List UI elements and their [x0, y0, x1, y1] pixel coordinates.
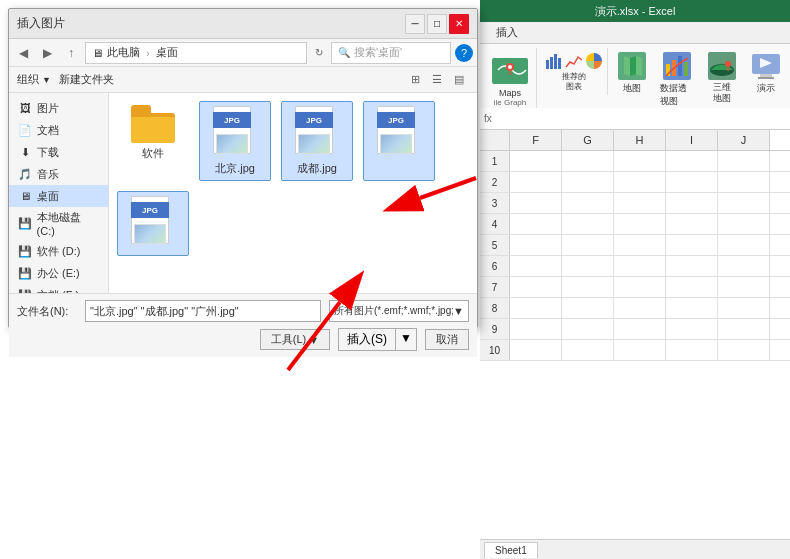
table-row[interactable]: 6: [480, 256, 790, 277]
table-row[interactable]: 9: [480, 319, 790, 340]
ribbon-tab-insert[interactable]: 插入: [488, 22, 526, 43]
sidebar-item-drive-f[interactable]: 💾 文档 (F:): [9, 284, 108, 293]
sidebar-item-drive-c[interactable]: 💾 本地磁盘 (C:): [9, 207, 108, 240]
organize-arrow: ▼: [42, 75, 51, 85]
pivot-button[interactable]: 数据透视图: [656, 48, 698, 110]
table-row[interactable]: 7: [480, 277, 790, 298]
svg-point-18: [725, 61, 731, 67]
filetype-arrow: ▼: [453, 305, 464, 317]
excel-title-bar: 演示.xlsx - Excel: [480, 0, 790, 22]
help-button[interactable]: ?: [455, 44, 473, 62]
forward-button[interactable]: ▶: [37, 43, 57, 63]
table-row[interactable]: 5: [480, 235, 790, 256]
svg-rect-3: [546, 60, 549, 69]
cancel-button[interactable]: 取消: [425, 329, 469, 350]
table-row[interactable]: 2: [480, 172, 790, 193]
line-chart-icon: [565, 52, 583, 70]
filename-input[interactable]: [85, 300, 321, 322]
ribbon-tabs: 插入: [480, 22, 790, 44]
recommended-label: 推荐的图表: [562, 72, 586, 91]
sidebar-item-pictures[interactable]: 🖼 图片: [9, 97, 108, 119]
path-separator: ›: [146, 47, 150, 59]
sheet-tab-1[interactable]: Sheet1: [484, 542, 538, 558]
col-header-g: G: [562, 130, 614, 150]
view-list-button[interactable]: ☰: [427, 70, 447, 90]
list-item[interactable]: 软件: [117, 101, 189, 181]
tools-label: 工具(L): [271, 332, 306, 347]
dialog-title: 插入图片: [17, 15, 65, 32]
view-details-button[interactable]: ▤: [449, 70, 469, 90]
jpg-icon: JPG: [295, 106, 339, 158]
sidebar-item-documents[interactable]: 📄 文档: [9, 119, 108, 141]
pie-chart-icon: [585, 52, 603, 70]
column-headers: F G H I J: [480, 130, 790, 151]
sheet-tab-bar: Sheet1: [480, 539, 790, 559]
grid-rows: 1 2 3: [480, 151, 790, 361]
sidebar-item-downloads[interactable]: ⬇ 下载: [9, 141, 108, 163]
dialog-title-bar: 插入图片 ─ □ ✕: [9, 9, 477, 39]
svg-rect-21: [758, 77, 774, 79]
organize-button[interactable]: 组织 ▼: [17, 72, 51, 87]
list-item[interactable]: JPG: [117, 191, 189, 256]
three-d-map-button[interactable]: 三维地图: [702, 48, 742, 106]
insert-button-group[interactable]: 插入(S) ▼: [338, 328, 417, 351]
close-button[interactable]: ✕: [449, 14, 469, 34]
svg-rect-4: [550, 57, 553, 69]
svg-rect-6: [558, 58, 561, 69]
maps-label: Maps: [499, 88, 521, 98]
view-buttons: ⊞ ☰ ▤: [405, 70, 469, 90]
folder-name: 软件: [142, 146, 164, 161]
maps-icon: [490, 52, 530, 88]
folder-icon: [129, 105, 177, 143]
table-row[interactable]: 8: [480, 298, 790, 319]
recommended-charts-section[interactable]: 推荐的图表: [541, 48, 608, 95]
jpg-filename: 北京.jpg: [215, 161, 255, 176]
formula-bar: fx: [480, 108, 790, 130]
search-box[interactable]: 🔍 搜索'桌面': [331, 42, 451, 64]
filetype-select[interactable]: 所有图片(*.emf;*.wmf;*.jpg;*.j ▼: [329, 300, 469, 322]
refresh-button[interactable]: ↻: [311, 45, 327, 61]
search-placeholder: 搜索'桌面': [354, 45, 402, 60]
minimize-button[interactable]: ─: [405, 14, 425, 34]
svg-rect-20: [760, 74, 772, 77]
svg-marker-10: [636, 56, 642, 76]
filename-row: 文件名(N): 所有图片(*.emf;*.wmf;*.jpg;*.j ▼: [17, 300, 469, 322]
demo-button[interactable]: 演示: [746, 48, 786, 97]
insert-dropdown-button[interactable]: ▼: [396, 329, 416, 350]
dialog-bottom: 文件名(N): 所有图片(*.emf;*.wmf;*.jpg;*.j ▼ 工具(…: [9, 293, 477, 357]
pictures-icon: 🖼: [17, 100, 33, 116]
table-row[interactable]: 4: [480, 214, 790, 235]
insert-button[interactable]: 插入(S): [339, 329, 396, 350]
button-row: 工具(L) ▼ 插入(S) ▼ 取消: [17, 328, 469, 351]
map-button-icon: [616, 50, 648, 82]
svg-point-2: [508, 65, 512, 69]
table-row[interactable]: 10: [480, 340, 790, 361]
map-button[interactable]: 地图: [612, 48, 652, 97]
back-button[interactable]: ◀: [13, 43, 33, 63]
list-item[interactable]: JPG 北京.jpg: [199, 101, 271, 181]
sidebar-item-drive-d[interactable]: 💾 软件 (D:): [9, 240, 108, 262]
sidebar-item-drive-e[interactable]: 💾 办公 (E:): [9, 262, 108, 284]
jpg-icon: JPG: [131, 196, 175, 248]
sidebar-item-music[interactable]: 🎵 音乐: [9, 163, 108, 185]
up-button[interactable]: ↑: [61, 43, 81, 63]
formula-bar-content: fx: [484, 113, 492, 124]
three-d-label: 三维地图: [713, 82, 731, 104]
table-row[interactable]: 3: [480, 193, 790, 214]
documents-icon: 📄: [17, 122, 33, 138]
view-icon-button[interactable]: ⊞: [405, 70, 425, 90]
path-pc: 此电脑: [107, 45, 140, 60]
table-row[interactable]: 1: [480, 151, 790, 172]
tools-button[interactable]: 工具(L) ▼: [260, 329, 330, 350]
drive-e-icon: 💾: [17, 265, 33, 281]
organize-label: 组织: [17, 72, 39, 87]
list-item[interactable]: JPG: [363, 101, 435, 181]
maximize-button[interactable]: □: [427, 14, 447, 34]
sidebar-item-desktop[interactable]: 🖥 桌面: [9, 185, 108, 207]
path-bar[interactable]: 🖥 此电脑 › 桌面: [85, 42, 307, 64]
list-item[interactable]: JPG 成都.jpg: [281, 101, 353, 181]
new-folder-button[interactable]: 新建文件夹: [59, 72, 114, 87]
svg-marker-8: [624, 56, 630, 76]
svg-rect-5: [554, 54, 557, 69]
music-icon: 🎵: [17, 166, 33, 182]
